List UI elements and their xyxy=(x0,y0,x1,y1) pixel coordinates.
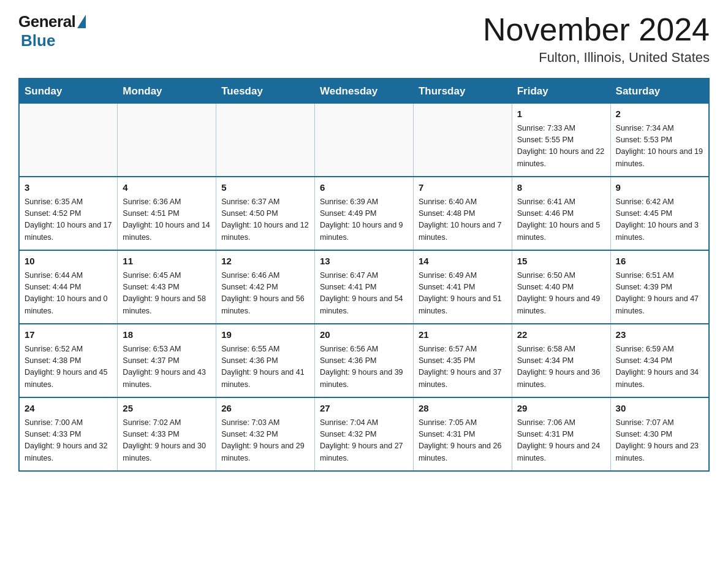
day-info: Sunrise: 6:42 AM Sunset: 4:45 PM Dayligh… xyxy=(616,197,699,242)
day-number: 12 xyxy=(221,255,309,269)
calendar-cell: 22Sunrise: 6:58 AM Sunset: 4:34 PM Dayli… xyxy=(512,324,610,397)
weekday-header-thursday: Thursday xyxy=(413,79,512,104)
calendar-cell: 15Sunrise: 6:50 AM Sunset: 4:40 PM Dayli… xyxy=(512,250,610,324)
logo-triangle-icon xyxy=(77,15,86,28)
day-number: 24 xyxy=(25,402,112,416)
day-info: Sunrise: 6:46 AM Sunset: 4:42 PM Dayligh… xyxy=(221,271,305,315)
calendar-cell: 1Sunrise: 7:33 AM Sunset: 5:55 PM Daylig… xyxy=(512,104,610,177)
calendar-cell: 18Sunrise: 6:53 AM Sunset: 4:37 PM Dayli… xyxy=(118,324,216,397)
day-info: Sunrise: 6:40 AM Sunset: 4:48 PM Dayligh… xyxy=(419,197,502,242)
weekday-header-wednesday: Wednesday xyxy=(315,79,414,104)
day-number: 13 xyxy=(320,255,408,269)
calendar-cell: 13Sunrise: 6:47 AM Sunset: 4:41 PM Dayli… xyxy=(315,250,414,324)
calendar-cell: 10Sunrise: 6:44 AM Sunset: 4:44 PM Dayli… xyxy=(19,250,118,324)
day-number: 20 xyxy=(320,328,408,342)
calendar-cell: 20Sunrise: 6:56 AM Sunset: 4:36 PM Dayli… xyxy=(315,324,414,397)
page-header: General Blue November 2024 Fulton, Illin… xyxy=(18,12,710,66)
day-number: 5 xyxy=(221,181,309,195)
day-number: 11 xyxy=(123,255,211,269)
month-title: November 2024 xyxy=(483,12,710,47)
calendar-cell: 17Sunrise: 6:52 AM Sunset: 4:38 PM Dayli… xyxy=(19,324,118,397)
day-number: 22 xyxy=(517,328,605,342)
calendar-cell: 23Sunrise: 6:59 AM Sunset: 4:34 PM Dayli… xyxy=(610,324,709,397)
weekday-header-row: SundayMondayTuesdayWednesdayThursdayFrid… xyxy=(19,79,709,104)
day-number: 29 xyxy=(517,402,605,416)
weekday-header-saturday: Saturday xyxy=(610,79,709,104)
day-number: 28 xyxy=(419,402,507,416)
day-info: Sunrise: 7:33 AM Sunset: 5:55 PM Dayligh… xyxy=(517,124,604,168)
calendar-cell xyxy=(19,104,118,177)
calendar-cell xyxy=(315,104,414,177)
day-number: 16 xyxy=(616,255,703,269)
day-info: Sunrise: 6:44 AM Sunset: 4:44 PM Dayligh… xyxy=(25,271,108,315)
day-number: 7 xyxy=(419,181,507,195)
logo-blue-text: Blue xyxy=(21,31,55,50)
day-info: Sunrise: 6:41 AM Sunset: 4:46 PM Dayligh… xyxy=(517,197,601,242)
day-info: Sunrise: 6:56 AM Sunset: 4:36 PM Dayligh… xyxy=(320,345,403,389)
calendar-cell: 24Sunrise: 7:00 AM Sunset: 4:33 PM Dayli… xyxy=(19,397,118,471)
day-number: 6 xyxy=(320,181,408,195)
day-info: Sunrise: 6:55 AM Sunset: 4:36 PM Dayligh… xyxy=(221,345,305,389)
day-number: 21 xyxy=(419,328,507,342)
calendar-cell: 6Sunrise: 6:39 AM Sunset: 4:49 PM Daylig… xyxy=(315,177,414,250)
calendar-cell xyxy=(118,104,216,177)
day-info: Sunrise: 6:57 AM Sunset: 4:35 PM Dayligh… xyxy=(419,345,502,389)
calendar-cell: 14Sunrise: 6:49 AM Sunset: 4:41 PM Dayli… xyxy=(413,250,512,324)
day-number: 23 xyxy=(616,328,703,342)
calendar-cell: 11Sunrise: 6:45 AM Sunset: 4:43 PM Dayli… xyxy=(118,250,216,324)
location-title: Fulton, Illinois, United States xyxy=(483,50,710,66)
day-number: 14 xyxy=(419,255,507,269)
calendar-cell: 26Sunrise: 7:03 AM Sunset: 4:32 PM Dayli… xyxy=(216,397,315,471)
logo: General Blue xyxy=(18,12,86,50)
weekday-header-monday: Monday xyxy=(118,79,216,104)
calendar-cell: 21Sunrise: 6:57 AM Sunset: 4:35 PM Dayli… xyxy=(413,324,512,397)
day-info: Sunrise: 7:05 AM Sunset: 4:31 PM Dayligh… xyxy=(419,418,502,462)
day-number: 15 xyxy=(517,255,605,269)
calendar-cell: 2Sunrise: 7:34 AM Sunset: 5:53 PM Daylig… xyxy=(610,104,709,177)
day-number: 30 xyxy=(616,402,703,416)
day-info: Sunrise: 6:52 AM Sunset: 4:38 PM Dayligh… xyxy=(25,345,108,389)
day-number: 3 xyxy=(25,181,112,195)
day-info: Sunrise: 6:36 AM Sunset: 4:51 PM Dayligh… xyxy=(123,197,210,242)
day-info: Sunrise: 6:58 AM Sunset: 4:34 PM Dayligh… xyxy=(517,345,601,389)
day-number: 25 xyxy=(123,402,211,416)
calendar-cell: 9Sunrise: 6:42 AM Sunset: 4:45 PM Daylig… xyxy=(610,177,709,250)
day-info: Sunrise: 7:00 AM Sunset: 4:33 PM Dayligh… xyxy=(25,418,108,462)
calendar-cell xyxy=(413,104,512,177)
calendar-cell xyxy=(216,104,315,177)
day-info: Sunrise: 7:06 AM Sunset: 4:31 PM Dayligh… xyxy=(517,418,601,462)
calendar-cell: 16Sunrise: 6:51 AM Sunset: 4:39 PM Dayli… xyxy=(610,250,709,324)
day-number: 17 xyxy=(25,328,112,342)
calendar-cell: 19Sunrise: 6:55 AM Sunset: 4:36 PM Dayli… xyxy=(216,324,315,397)
calendar-week-row: 1Sunrise: 7:33 AM Sunset: 5:55 PM Daylig… xyxy=(19,104,709,177)
day-info: Sunrise: 6:35 AM Sunset: 4:52 PM Dayligh… xyxy=(25,197,112,242)
day-info: Sunrise: 7:34 AM Sunset: 5:53 PM Dayligh… xyxy=(616,124,703,168)
day-info: Sunrise: 7:03 AM Sunset: 4:32 PM Dayligh… xyxy=(221,418,305,462)
title-area: November 2024 Fulton, Illinois, United S… xyxy=(483,12,710,66)
day-info: Sunrise: 7:02 AM Sunset: 4:33 PM Dayligh… xyxy=(123,418,206,462)
calendar-cell: 29Sunrise: 7:06 AM Sunset: 4:31 PM Dayli… xyxy=(512,397,610,471)
day-info: Sunrise: 6:45 AM Sunset: 4:43 PM Dayligh… xyxy=(123,271,206,315)
calendar-week-row: 3Sunrise: 6:35 AM Sunset: 4:52 PM Daylig… xyxy=(19,177,709,250)
day-number: 9 xyxy=(616,181,703,195)
day-info: Sunrise: 6:59 AM Sunset: 4:34 PM Dayligh… xyxy=(616,345,699,389)
day-info: Sunrise: 7:04 AM Sunset: 4:32 PM Dayligh… xyxy=(320,418,403,462)
calendar-cell: 3Sunrise: 6:35 AM Sunset: 4:52 PM Daylig… xyxy=(19,177,118,250)
logo-general-text: General xyxy=(18,12,75,31)
calendar-cell: 4Sunrise: 6:36 AM Sunset: 4:51 PM Daylig… xyxy=(118,177,216,250)
calendar-cell: 30Sunrise: 7:07 AM Sunset: 4:30 PM Dayli… xyxy=(610,397,709,471)
day-number: 10 xyxy=(25,255,112,269)
weekday-header-tuesday: Tuesday xyxy=(216,79,315,104)
day-info: Sunrise: 6:50 AM Sunset: 4:40 PM Dayligh… xyxy=(517,271,601,315)
calendar-cell: 28Sunrise: 7:05 AM Sunset: 4:31 PM Dayli… xyxy=(413,397,512,471)
weekday-header-friday: Friday xyxy=(512,79,610,104)
calendar-week-row: 17Sunrise: 6:52 AM Sunset: 4:38 PM Dayli… xyxy=(19,324,709,397)
calendar-cell: 25Sunrise: 7:02 AM Sunset: 4:33 PM Dayli… xyxy=(118,397,216,471)
day-info: Sunrise: 6:53 AM Sunset: 4:37 PM Dayligh… xyxy=(123,345,206,389)
day-info: Sunrise: 6:49 AM Sunset: 4:41 PM Dayligh… xyxy=(419,271,502,315)
day-number: 19 xyxy=(221,328,309,342)
calendar-cell: 27Sunrise: 7:04 AM Sunset: 4:32 PM Dayli… xyxy=(315,397,414,471)
day-number: 2 xyxy=(616,107,703,121)
day-info: Sunrise: 6:37 AM Sunset: 4:50 PM Dayligh… xyxy=(221,197,308,242)
calendar-cell: 8Sunrise: 6:41 AM Sunset: 4:46 PM Daylig… xyxy=(512,177,610,250)
